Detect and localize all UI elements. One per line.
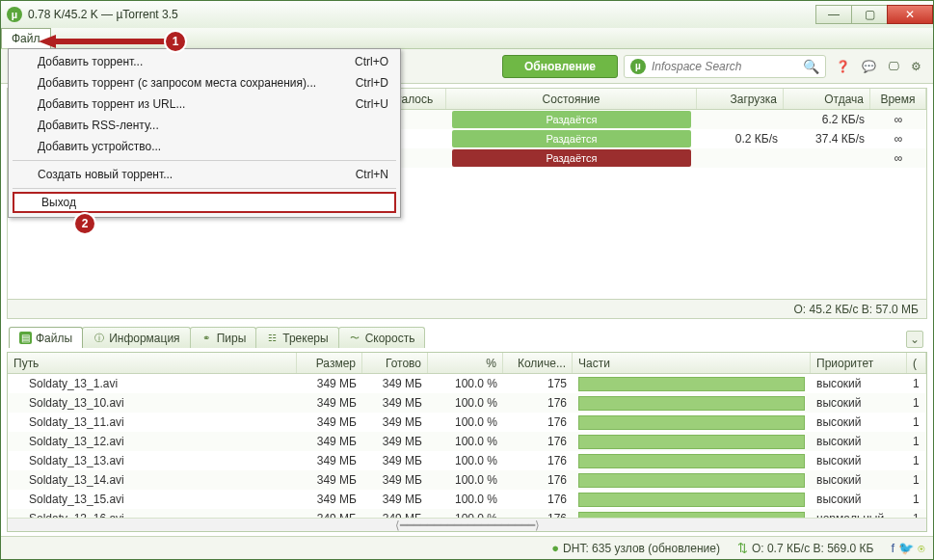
peers-icon: ⚭ [200,332,213,344]
search-box[interactable]: µ 🔍 [624,55,826,78]
cell-cnt: 176 [503,432,573,451]
menu-separator [13,188,396,189]
file-row[interactable]: Soldaty_13_10.avi349 МБ349 МБ100.0 %176в… [8,393,926,413]
col-upload[interactable]: Отдача [784,89,870,109]
cell-parts [573,470,811,490]
cell-path: Soldaty_13_10.avi [8,393,297,413]
cell-fsize: 349 МБ [297,451,362,470]
min-button[interactable]: — [815,5,852,24]
cell-dl: 0.2 КБ/s [697,129,784,148]
file-row[interactable]: Soldaty_13_14.avi349 МБ349 МБ100.0 %176в… [8,470,926,490]
menu-item[interactable]: Добавить торрент из URL...Ctrl+U [11,93,398,115]
cell-pct: 100.0 % [428,413,503,432]
update-button[interactable]: Обновление [502,55,618,78]
cell-prio: высокий [811,470,907,490]
cell-path: Soldaty_13_14.avi [8,470,297,490]
titlebar: µ 0.78 K/45.2 K — µTorrent 3.5 — ▢ ✕ [1,1,933,28]
menu-item[interactable]: Добавить торрент (с запросом места сохра… [11,72,398,93]
menu-item[interactable]: Добавить RSS-ленту... [11,115,398,136]
cell-path: Soldaty_13_15.avi [8,490,297,509]
cell-parts [573,509,811,518]
cell-last: 1 [907,490,926,509]
files-icon: ▤ [19,332,32,344]
cell-time: ∞ [870,110,926,129]
cell-pct: 100.0 % [428,451,503,470]
fcol-priority[interactable]: Приоритет [811,353,907,373]
status-speed: ⇅O: 0.7 КБ/с B: 569.0 КБ [737,541,873,555]
tab-peers[interactable]: ⚭Пиры [190,327,257,348]
menu-exit[interactable]: Выход [13,192,396,213]
menu-create-torrent[interactable]: Создать новый торрент... Ctrl+N [11,164,398,185]
cell-ul: 37.4 КБ/s [784,129,870,148]
net-icon: ⇅ [737,541,748,555]
col-state[interactable]: Состояние [446,89,697,109]
settings-icon[interactable]: ⚙ [911,60,921,73]
max-button[interactable]: ▢ [851,5,888,24]
cell-cnt: 176 [503,451,573,470]
cell-prio: высокий [811,374,907,393]
cell-state: Раздаётся [446,110,697,129]
cell-cnt: 176 [503,393,573,413]
cell-pct: 100.0 % [428,490,503,509]
cell-fsize: 349 МБ [297,432,362,451]
cell-fsize: 349 МБ [297,470,362,490]
col-time[interactable]: Время [870,89,926,109]
cell-last: 1 [907,432,926,451]
speed-icon: 〜 [349,332,361,344]
statusbar: ●DHT: 635 узлов (обновление) ⇅O: 0.7 КБ/… [1,536,933,559]
col-download[interactable]: Загрузка [697,89,784,109]
fcol-pct[interactable]: % [428,353,503,373]
cell-dl [697,148,784,168]
menu-item[interactable]: Добавить устройство... [11,136,398,157]
file-row[interactable]: Soldaty_13_12.avi349 МБ349 МБ100.0 %176в… [8,432,926,451]
app-icon: µ [7,7,22,22]
cell-done: 349 МБ [362,374,428,393]
fcol-path[interactable]: Путь [8,353,297,373]
h-scrollbar[interactable]: ⟨━━━━━━━━━━━━━━━━━━━━⟩ [8,518,926,531]
file-row[interactable]: Soldaty_13_1.avi349 МБ349 МБ100.0 %175вы… [8,374,926,393]
fcol-size[interactable]: Размер [297,353,362,373]
tab-trackers[interactable]: ☷Трекеры [255,327,338,348]
tabs-more[interactable]: ⌄ [906,331,923,348]
chat-icon[interactable]: 💬 [862,60,876,73]
twitter-icon[interactable]: 🐦 [898,541,914,555]
cell-time: ∞ [870,129,926,148]
ut-icon: µ [630,59,646,74]
android-icon[interactable]: ⍟ [918,541,925,555]
remote-icon[interactable]: 🖵 [888,60,899,73]
file-row[interactable]: Soldaty_13_15.avi349 МБ349 МБ100.0 %176в… [8,490,926,509]
search-input[interactable] [652,60,797,73]
cell-pct: 100.0 % [428,374,503,393]
facebook-icon[interactable]: f [891,541,894,555]
annotation-arrow [39,35,173,48]
toolbar-icons: ❓ 💬 🖵 ⚙ [832,60,925,73]
cell-prio: нормальный [811,509,907,518]
cell-pct: 100.0 % [428,393,503,413]
cell-ul: 6.2 КБ/s [784,110,870,129]
menu-item[interactable]: Добавить торрент...Ctrl+O [11,51,398,72]
tab-info[interactable]: ⓘИнформация [82,327,190,348]
cell-cnt: 175 [503,374,573,393]
cell-parts [573,374,811,393]
cell-path: Soldaty_13_1.avi [8,374,297,393]
close-button[interactable]: ✕ [887,5,933,24]
fcol-count[interactable]: Количе... [503,353,573,373]
file-row[interactable]: Soldaty_13_11.avi349 МБ349 МБ100.0 %176в… [8,413,926,432]
cell-cnt: 176 [503,470,573,490]
cell-cnt: 176 [503,490,573,509]
cell-prio: высокий [811,413,907,432]
file-row[interactable]: Soldaty_13_16.avi349 МБ349 МБ100.0 %176н… [8,509,926,518]
search-icon[interactable]: 🔍 [803,59,819,74]
cell-last: 1 [907,413,926,432]
file-row[interactable]: Soldaty_13_13.avi349 МБ349 МБ100.0 %176в… [8,451,926,470]
fcol-done[interactable]: Готово [362,353,428,373]
cell-fsize: 349 МБ [297,509,362,518]
fcol-parts[interactable]: Части [573,353,811,373]
cell-done: 349 МБ [362,509,428,518]
tab-files[interactable]: ▤Файлы [9,327,83,348]
help-icon[interactable]: ❓ [836,60,850,73]
annotation-badge-1: 1 [166,32,185,51]
cell-last: 1 [907,374,926,393]
fcol-last[interactable]: ( [907,353,926,373]
tab-speed[interactable]: 〜Скорость [338,327,426,348]
